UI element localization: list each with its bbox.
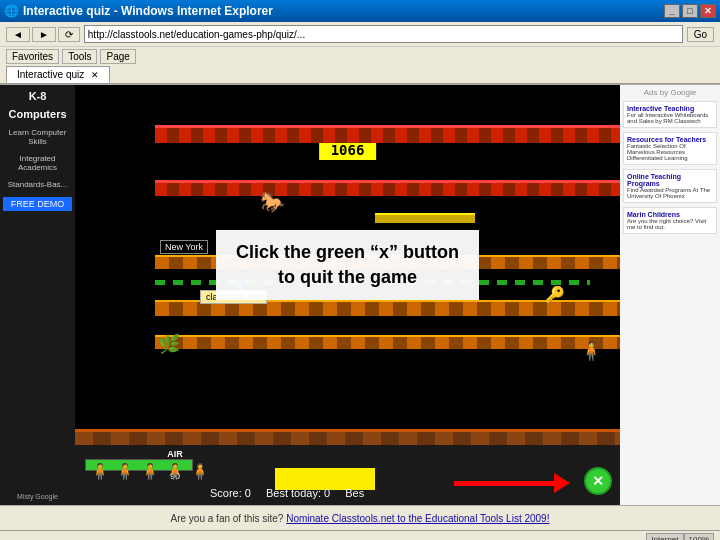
enemy-character: 🧍 <box>580 340 602 362</box>
ad-3-body: Find Awarded Programs At The University … <box>627 187 713 199</box>
classtools-label: classtools.net <box>200 290 267 304</box>
tabs-row: Interactive quiz ✕ <box>0 66 720 84</box>
sidebar-integrated[interactable]: Integrated Academics <box>3 152 72 174</box>
life-icon-4: 🧍 <box>165 462 185 481</box>
red-arrow <box>454 473 570 493</box>
active-tab[interactable]: Interactive quiz ✕ <box>6 66 110 83</box>
minimize-button[interactable]: _ <box>664 4 680 18</box>
address-input[interactable] <box>84 25 683 43</box>
brick-platform-1 <box>155 255 620 269</box>
brick-platform-3 <box>155 335 620 349</box>
ad-2[interactable]: Resources for Teachers Fantastic Selecti… <box>623 132 717 165</box>
game-ground <box>75 429 620 445</box>
new-york-label: New York <box>160 240 208 254</box>
ad-3[interactable]: Online Teaching Programs Find Awarded Pr… <box>623 169 717 203</box>
dashed-platform <box>155 280 590 285</box>
bottom-link[interactable]: Nominate Classtools.net to the Education… <box>286 513 549 524</box>
nav-buttons[interactable]: ◄ ► ⟳ <box>6 27 80 42</box>
air-label: AIR <box>85 449 265 459</box>
score-display: Score: 0 <box>210 487 251 499</box>
game-score-display: 1066 <box>319 140 377 160</box>
tab-close-icon[interactable]: ✕ <box>91 70 99 80</box>
key-icon: 🔑 <box>545 285 565 304</box>
go-button[interactable]: Go <box>687 27 714 42</box>
platform-mid1 <box>155 180 620 196</box>
ad-1-body: For all Interactive Whiteboards and Sale… <box>627 112 713 124</box>
window-title: Interactive quiz - Windows Internet Expl… <box>23 4 273 18</box>
game-hud: AIR 90 🧍 🧍 🧍 🧍 🧍 <box>75 445 620 505</box>
best-today-display: Best today: 0 <box>266 487 330 499</box>
zoom-indicator: 100% <box>684 533 714 540</box>
sidebar-free-demo[interactable]: FREE DEMO <box>3 197 72 211</box>
life-icon-5: 🧍 <box>190 462 210 481</box>
ads-by-google: Ads by Google <box>623 88 717 97</box>
sidebar-title-k8: K-8 <box>3 90 72 102</box>
browser-toolbar: Favorites Tools Page <box>0 46 720 66</box>
window-titlebar: 🌐 Interactive quiz - Windows Internet Ex… <box>0 0 720 22</box>
sidebar-learn[interactable]: Learn Computer Skills <box>3 126 72 148</box>
ie-icon: 🌐 <box>4 4 19 18</box>
status-bar: Internet 100% <box>0 530 720 540</box>
content-area: K-8 Computers Learn Computer Skills Inte… <box>0 85 720 505</box>
ad-4-title: Marin Childrens <box>627 211 713 218</box>
tools-button[interactable]: Tools <box>62 49 97 64</box>
ad-4-body: Are you the right choice? Visit me to fi… <box>627 218 713 230</box>
ad-3-title: Online Teaching Programs <box>627 173 713 187</box>
life-icon-3: 🧍 <box>140 462 160 481</box>
life-icon-2: 🧍 <box>115 462 135 481</box>
player-character: 🐎 <box>260 190 285 220</box>
titlebar-buttons[interactable]: _ □ ✕ <box>664 4 716 18</box>
exit-button[interactable]: ✕ <box>584 467 612 495</box>
best-display: Bes <box>345 487 364 499</box>
forward-button[interactable]: ► <box>32 27 56 42</box>
bottom-bar: Are you a fan of this site? Nominate Cla… <box>0 505 720 530</box>
game-canvas: 1066 🐎 New York classtools.net 🔑 <box>75 85 620 505</box>
platform-top <box>155 125 620 143</box>
titlebar-left: 🌐 Interactive quiz - Windows Internet Ex… <box>4 4 273 18</box>
life-icon-1: 🧍 <box>90 462 110 481</box>
close-button[interactable]: ✕ <box>700 4 716 18</box>
back-button[interactable]: ◄ <box>6 27 30 42</box>
tree-icon: 🌿 <box>158 333 180 355</box>
address-bar: ◄ ► ⟳ Go <box>0 22 720 46</box>
left-sidebar: K-8 Computers Learn Computer Skills Inte… <box>0 85 75 505</box>
refresh-button[interactable]: ⟳ <box>58 27 80 42</box>
ad-1[interactable]: Interactive Teaching For all Interactive… <box>623 101 717 128</box>
game-area[interactable]: 1066 🐎 New York classtools.net 🔑 <box>75 85 620 505</box>
page-button[interactable]: Page <box>100 49 135 64</box>
browser-chrome: ◄ ► ⟳ Go Favorites Tools Page Interactiv… <box>0 22 720 85</box>
maximize-button[interactable]: □ <box>682 4 698 18</box>
ad-4[interactable]: Marin Childrens Are you the right choice… <box>623 207 717 234</box>
ad-2-title: Resources for Teachers <box>627 136 713 143</box>
active-tab-label: Interactive quiz <box>17 69 84 80</box>
zone-indicator: Internet <box>646 533 683 540</box>
ad-2-body: Fantastic Selection Of Marvelous Resourc… <box>627 143 713 161</box>
ad-1-title: Interactive Teaching <box>627 105 713 112</box>
sidebar-standards[interactable]: Standards-Bas... <box>3 178 72 191</box>
platform-score <box>375 213 475 223</box>
sidebar-logo: Misty Google <box>3 493 72 500</box>
favorites-button[interactable]: Favorites <box>6 49 59 64</box>
right-sidebar: Ads by Google Interactive Teaching For a… <box>620 85 720 505</box>
bottom-text: Are you a fan of this site? <box>171 513 284 524</box>
sidebar-title-computers: Computers <box>3 108 72 120</box>
